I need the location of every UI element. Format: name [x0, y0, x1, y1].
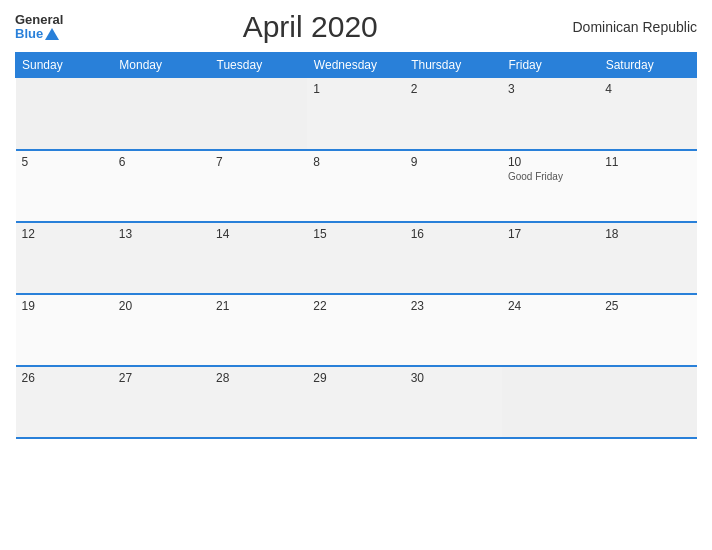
day-number: 22 [313, 299, 398, 313]
weekday-header-row: Sunday Monday Tuesday Wednesday Thursday… [16, 53, 697, 78]
calendar-header: General Blue April 2020 Dominican Republ… [15, 10, 697, 44]
calendar-day-cell: 8 [307, 150, 404, 222]
day-number: 20 [119, 299, 204, 313]
day-number: 8 [313, 155, 398, 169]
calendar-day-cell: 5 [16, 150, 113, 222]
day-number: 23 [411, 299, 496, 313]
day-number: 28 [216, 371, 301, 385]
calendar-day-cell [16, 78, 113, 150]
month-title: April 2020 [63, 10, 557, 44]
calendar-day-cell: 7 [210, 150, 307, 222]
header-saturday: Saturday [599, 53, 696, 78]
calendar-day-cell: 10Good Friday [502, 150, 599, 222]
holiday-label: Good Friday [508, 171, 593, 182]
day-number: 25 [605, 299, 690, 313]
day-number: 24 [508, 299, 593, 313]
calendar-day-cell: 28 [210, 366, 307, 438]
calendar-day-cell: 24 [502, 294, 599, 366]
calendar-week-row: 1234 [16, 78, 697, 150]
calendar-day-cell: 4 [599, 78, 696, 150]
calendar-day-cell: 13 [113, 222, 210, 294]
calendar-day-cell: 15 [307, 222, 404, 294]
calendar-day-cell: 21 [210, 294, 307, 366]
day-number: 1 [313, 82, 398, 96]
day-number: 17 [508, 227, 593, 241]
day-number: 14 [216, 227, 301, 241]
day-number: 7 [216, 155, 301, 169]
header-sunday: Sunday [16, 53, 113, 78]
calendar-day-cell: 11 [599, 150, 696, 222]
calendar-day-cell: 1 [307, 78, 404, 150]
calendar-day-cell [599, 366, 696, 438]
day-number: 2 [411, 82, 496, 96]
calendar-day-cell: 16 [405, 222, 502, 294]
day-number: 30 [411, 371, 496, 385]
day-number: 27 [119, 371, 204, 385]
day-number: 6 [119, 155, 204, 169]
header-friday: Friday [502, 53, 599, 78]
calendar-day-cell: 18 [599, 222, 696, 294]
header-monday: Monday [113, 53, 210, 78]
calendar-day-cell [210, 78, 307, 150]
logo-general-text: General [15, 13, 63, 27]
header-tuesday: Tuesday [210, 53, 307, 78]
day-number: 21 [216, 299, 301, 313]
calendar-day-cell: 27 [113, 366, 210, 438]
header-thursday: Thursday [405, 53, 502, 78]
logo-blue-text: Blue [15, 27, 59, 41]
calendar-day-cell: 9 [405, 150, 502, 222]
logo: General Blue [15, 13, 63, 42]
day-number: 3 [508, 82, 593, 96]
header-wednesday: Wednesday [307, 53, 404, 78]
calendar-day-cell [113, 78, 210, 150]
day-number: 11 [605, 155, 690, 169]
day-number: 16 [411, 227, 496, 241]
day-number: 5 [22, 155, 107, 169]
calendar-week-row: 5678910Good Friday11 [16, 150, 697, 222]
calendar-day-cell: 6 [113, 150, 210, 222]
day-number: 15 [313, 227, 398, 241]
calendar-day-cell: 26 [16, 366, 113, 438]
calendar-day-cell: 17 [502, 222, 599, 294]
calendar-day-cell: 3 [502, 78, 599, 150]
logo-triangle-icon [45, 28, 59, 40]
calendar-week-row: 19202122232425 [16, 294, 697, 366]
calendar-week-row: 2627282930 [16, 366, 697, 438]
calendar-day-cell: 20 [113, 294, 210, 366]
day-number: 10 [508, 155, 593, 169]
calendar-body: 12345678910Good Friday111213141516171819… [16, 78, 697, 438]
calendar-day-cell: 2 [405, 78, 502, 150]
day-number: 9 [411, 155, 496, 169]
calendar-day-cell: 29 [307, 366, 404, 438]
day-number: 4 [605, 82, 690, 96]
calendar-day-cell [502, 366, 599, 438]
calendar-day-cell: 25 [599, 294, 696, 366]
calendar-day-cell: 23 [405, 294, 502, 366]
calendar-day-cell: 14 [210, 222, 307, 294]
country-label: Dominican Republic [557, 19, 697, 35]
calendar-day-cell: 30 [405, 366, 502, 438]
day-number: 19 [22, 299, 107, 313]
calendar-container: General Blue April 2020 Dominican Republ… [0, 0, 712, 550]
calendar-day-cell: 12 [16, 222, 113, 294]
day-number: 29 [313, 371, 398, 385]
day-number: 26 [22, 371, 107, 385]
day-number: 18 [605, 227, 690, 241]
day-number: 13 [119, 227, 204, 241]
calendar-table: Sunday Monday Tuesday Wednesday Thursday… [15, 52, 697, 439]
day-number: 12 [22, 227, 107, 241]
calendar-week-row: 12131415161718 [16, 222, 697, 294]
calendar-day-cell: 19 [16, 294, 113, 366]
calendar-day-cell: 22 [307, 294, 404, 366]
